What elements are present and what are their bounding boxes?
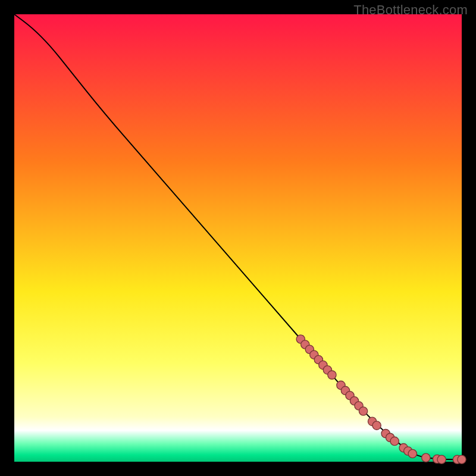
data-marker	[408, 449, 416, 458]
watermark-text: TheBottleneck.com	[353, 2, 468, 18]
curve-path	[14, 14, 462, 459]
data-marker	[359, 407, 367, 415]
chart-frame: TheBottleneck.com	[0, 0, 476, 476]
plot-area	[14, 14, 462, 462]
data-marker	[437, 455, 446, 464]
marker-group	[296, 335, 466, 464]
data-marker	[458, 455, 466, 464]
data-marker	[328, 371, 336, 379]
curve-layer	[14, 14, 462, 462]
data-marker	[390, 437, 399, 445]
data-marker	[422, 453, 430, 462]
data-marker	[372, 421, 381, 430]
